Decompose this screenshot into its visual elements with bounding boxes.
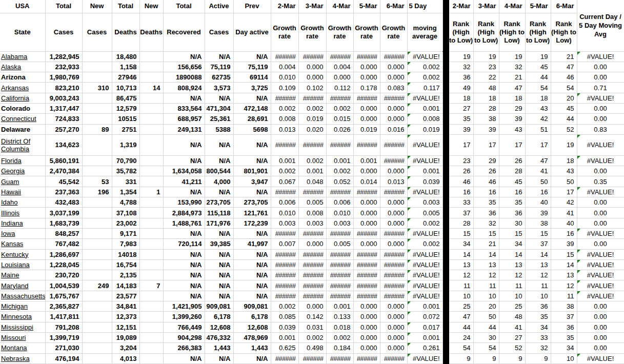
state-cell[interactable]: Minnesota xyxy=(0,312,45,322)
cell-rank-2mar[interactable]: 26 xyxy=(449,166,473,176)
cell-rank-5mar[interactable]: 10 xyxy=(525,291,551,301)
column-header[interactable]: 6-Mar xyxy=(551,0,577,13)
column-header[interactable]: Rank (High to Low) xyxy=(551,13,577,51)
cell-growth-5mar[interactable]: 0.000 xyxy=(353,72,380,83)
cell-rank-3mar[interactable]: 50 xyxy=(473,312,499,322)
cell-active-cases[interactable]: N/A xyxy=(205,353,233,363)
cell-total-deaths[interactable]: 3,204 xyxy=(112,343,139,353)
cell-rank-5mar[interactable]: 13 xyxy=(525,259,551,270)
cell-new-cases[interactable] xyxy=(82,208,112,218)
cell-growth-3mar[interactable]: 0.008 xyxy=(298,208,326,218)
cell-5day-moving-avg[interactable]: #VALUE! xyxy=(407,353,442,363)
state-cell[interactable]: Louisiana xyxy=(0,259,45,270)
cell-rank-5mar[interactable]: 35 xyxy=(525,312,551,322)
cell-prev-day-active[interactable]: N/A xyxy=(233,270,271,280)
cell-new-deaths[interactable] xyxy=(139,134,163,155)
cell-rank-4mar[interactable]: 11 xyxy=(499,280,525,291)
cell-growth-3mar[interactable]: 0.002 xyxy=(298,155,326,166)
cell-current-vs-avg[interactable]: 0.00 xyxy=(577,312,624,322)
cell-new-deaths[interactable]: 7 xyxy=(139,280,163,291)
cell-new-cases[interactable] xyxy=(82,103,112,113)
cell-growth-4mar[interactable]: 0.026 xyxy=(326,124,353,134)
cell-total-deaths[interactable]: 18,480 xyxy=(112,51,139,62)
cell-growth-4mar[interactable]: ###### xyxy=(326,259,353,270)
cell-growth-3mar[interactable]: 0.000 xyxy=(298,301,326,312)
cell-growth-4mar[interactable]: 0.001 xyxy=(326,155,353,166)
cell-rank-2mar[interactable]: 34 xyxy=(449,239,473,249)
cell-growth-5mar[interactable]: ###### xyxy=(353,270,380,280)
cell-growth-3mar[interactable]: 0.000 xyxy=(298,72,326,83)
cell-new-deaths[interactable]: 1 xyxy=(139,187,163,197)
cell-total-cases[interactable]: 767,482 xyxy=(45,239,82,249)
cell-active-cases[interactable]: 5388 xyxy=(205,124,233,134)
cell-rank-5mar[interactable]: 18 xyxy=(525,93,551,103)
cell-rank-6mar[interactable]: 41 xyxy=(551,208,577,218)
cell-active-cases[interactable]: 1,443 xyxy=(205,343,233,353)
cell-rank-3mar[interactable]: 22 xyxy=(473,72,499,83)
cell-5day-moving-avg[interactable]: #VALUE! xyxy=(407,155,442,166)
cell-growth-2mar[interactable]: 0.004 xyxy=(271,62,298,72)
cell-rank-4mar[interactable]: 9 xyxy=(499,353,525,363)
cell-growth-4mar[interactable]: ###### xyxy=(326,93,353,103)
cell-current-vs-avg[interactable]: 0.00 xyxy=(577,114,624,124)
cell-rank-6mar[interactable]: 13 xyxy=(551,270,577,280)
cell-rank-4mar[interactable]: 18 xyxy=(499,93,525,103)
cell-growth-6mar[interactable]: 0.000 xyxy=(380,218,407,228)
cell-rank-3mar[interactable]: 20 xyxy=(473,301,499,312)
cell-total-cases[interactable]: 1,417,811 xyxy=(45,312,82,322)
cell-growth-4mar[interactable]: 0.002 xyxy=(326,103,353,113)
cell-total-cases[interactable]: 724,833 xyxy=(45,114,82,124)
cell-rank-2mar[interactable]: 24 xyxy=(449,332,473,342)
cell-5day-moving-avg[interactable]: #VALUE! xyxy=(407,51,442,62)
cell-prev-day-active[interactable]: 3,947 xyxy=(233,176,271,187)
cell-growth-2mar[interactable]: 0.013 xyxy=(271,124,298,134)
cell-prev-day-active[interactable]: N/A xyxy=(233,249,271,259)
cell-rank-6mar[interactable]: 21 xyxy=(551,51,577,62)
cell-growth-6mar[interactable]: ###### xyxy=(380,134,407,155)
cell-total-deaths[interactable]: 34,841 xyxy=(112,301,139,312)
cell-prev-day-active[interactable]: 273,705 xyxy=(233,197,271,208)
cell-total-deaths[interactable]: 10,713 xyxy=(112,83,139,93)
cell-growth-6mar[interactable]: ###### xyxy=(380,51,407,62)
cell-rank-5mar[interactable]: 19 xyxy=(525,51,551,62)
cell-current-vs-avg[interactable]: #VALUE! xyxy=(577,134,624,155)
cell-prev-day-active[interactable]: 121,761 xyxy=(233,208,271,218)
cell-new-deaths[interactable] xyxy=(139,155,163,166)
cell-growth-2mar[interactable]: 0.010 xyxy=(271,72,298,83)
cell-rank-5mar[interactable]: 9 xyxy=(525,353,551,363)
cell-total-cases[interactable]: 823,210 xyxy=(45,83,82,93)
cell-active-cases[interactable]: 3,573 xyxy=(205,83,233,93)
cell-growth-6mar[interactable]: ###### xyxy=(380,259,407,270)
column-header[interactable]: Cases xyxy=(205,13,233,51)
cell-rank-5mar[interactable]: 43 xyxy=(525,103,551,113)
cell-total-cases[interactable]: 1,282,945 xyxy=(45,51,82,62)
cell-5day-moving-avg[interactable]: #VALUE! xyxy=(407,291,442,301)
state-cell[interactable]: Missouri xyxy=(0,332,45,342)
cell-growth-4mar[interactable]: 0.112 xyxy=(326,83,353,93)
column-header[interactable]: Total xyxy=(45,0,82,13)
cell-5day-moving-avg[interactable]: 0.001 xyxy=(407,332,442,342)
state-cell[interactable]: Idaho xyxy=(0,197,45,208)
cell-rank-6mar[interactable]: 19 xyxy=(551,134,577,155)
cell-rank-3mar[interactable]: 39 xyxy=(473,124,499,134)
cell-active-cases[interactable]: N/A xyxy=(205,270,233,280)
cell-total-recovered[interactable]: 1,399,260 xyxy=(163,312,205,322)
cell-rank-5mar[interactable]: 33 xyxy=(525,332,551,342)
cell-total-deaths[interactable]: 14,183 xyxy=(112,280,139,291)
cell-growth-3mar[interactable]: 0.002 xyxy=(298,103,326,113)
cell-new-cases[interactable] xyxy=(82,322,112,332)
cell-rank-3mar[interactable]: 46 xyxy=(473,176,499,187)
cell-rank-4mar[interactable]: 43 xyxy=(499,124,525,134)
cell-growth-5mar[interactable]: ###### xyxy=(353,353,380,363)
cell-total-deaths[interactable]: 331 xyxy=(112,176,139,187)
cell-rank-5mar[interactable]: 16 xyxy=(525,187,551,197)
cell-total-cases[interactable]: 9,003,243 xyxy=(45,93,82,103)
state-cell[interactable]: Indiana xyxy=(0,218,45,228)
cell-5day-moving-avg[interactable]: #VALUE! xyxy=(407,249,442,259)
cell-total-deaths[interactable]: 4,013 xyxy=(112,353,139,363)
cell-total-cases[interactable]: 1,980,769 xyxy=(45,72,82,83)
cell-total-deaths[interactable]: 86,475 xyxy=(112,93,139,103)
cell-current-vs-avg[interactable]: 0.00 xyxy=(577,218,624,228)
cell-active-cases[interactable]: 62735 xyxy=(205,72,233,83)
cell-rank-2mar[interactable]: 25 xyxy=(449,301,473,312)
